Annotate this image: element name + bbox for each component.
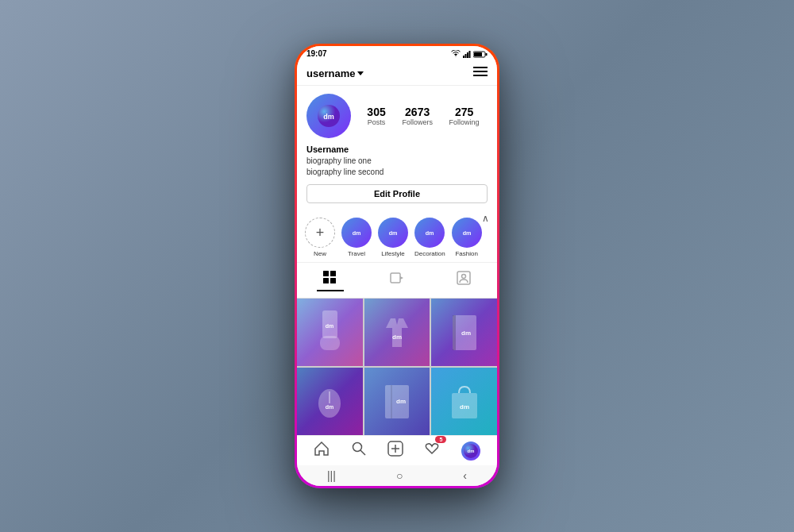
highlight-item-new[interactable]: + New xyxy=(305,218,335,257)
highlight-item-travel[interactable]: dm Travel xyxy=(341,218,372,257)
svg-rect-1 xyxy=(465,54,467,58)
svg-rect-0 xyxy=(463,56,464,58)
svg-line-40 xyxy=(360,450,365,455)
content-tabs xyxy=(297,262,497,299)
highlight-item-fashion[interactable]: dm Fashion xyxy=(452,218,482,257)
signal-icon xyxy=(463,50,471,58)
edit-profile-button[interactable]: Edit Profile xyxy=(306,184,488,203)
following-count: 275 xyxy=(449,106,480,118)
svg-marker-21 xyxy=(400,276,403,279)
svg-rect-3 xyxy=(469,51,471,58)
highlight-circle-decoration: dm xyxy=(414,218,445,248)
grid-cell-5[interactable]: dm xyxy=(364,368,430,435)
nav-avatar-logo: dm xyxy=(464,444,478,458)
grid-cell-1[interactable]: dm xyxy=(297,299,363,366)
svg-text:dm: dm xyxy=(326,404,334,410)
home-icon xyxy=(314,441,330,457)
highlight-circle-lifestyle: dm xyxy=(378,218,408,248)
search-icon xyxy=(351,441,367,457)
avatar-logo: dm xyxy=(318,105,340,127)
grid-icon xyxy=(323,271,337,285)
svg-point-39 xyxy=(353,443,361,452)
svg-rect-16 xyxy=(323,271,329,276)
add-icon xyxy=(387,441,403,457)
highlight-circle-travel: dm xyxy=(341,218,372,248)
svg-text:dm: dm xyxy=(353,230,361,237)
stats-container: 305 Posts 2673 Followers 275 Following xyxy=(359,106,488,126)
menu-icon[interactable] xyxy=(473,66,488,80)
highlight-lifestyle-logo: dm xyxy=(384,224,402,241)
hamburger-svg xyxy=(473,66,488,77)
top-nav: username xyxy=(297,61,497,86)
product-sock: dm xyxy=(316,310,344,354)
nav-profile[interactable]: dm xyxy=(461,441,480,461)
nav-heart[interactable]: 5 xyxy=(424,441,440,461)
highlight-travel-logo: dm xyxy=(348,224,365,241)
followers-stat: 2673 Followers xyxy=(402,106,433,126)
product-book: dm xyxy=(449,313,480,353)
profile-section: dm 305 Posts 2673 Followers 275 Fo xyxy=(297,86,497,210)
svg-text:dm: dm xyxy=(460,403,469,411)
status-icons xyxy=(451,50,488,58)
svg-rect-20 xyxy=(391,273,400,283)
collapse-arrow-icon[interactable]: ∧ xyxy=(482,213,489,224)
nav-username: username xyxy=(306,67,355,79)
tab-tagged[interactable] xyxy=(450,269,477,291)
avatar[interactable]: dm xyxy=(306,94,351,138)
highlight-item-lifestyle[interactable]: dm Lifestyle xyxy=(378,218,408,257)
nav-search[interactable] xyxy=(351,441,367,461)
product-mouse: dm xyxy=(315,384,344,420)
posts-grid: dm dm dm dm xyxy=(297,299,497,435)
android-home-btn[interactable]: ○ xyxy=(396,469,403,482)
posts-label: Posts xyxy=(367,118,385,126)
highlight-label-fashion: Fashion xyxy=(455,250,477,257)
followers-label: Followers xyxy=(402,118,433,126)
highlight-fashion-logo: dm xyxy=(458,224,476,241)
status-bar: 19:07 xyxy=(297,46,497,61)
product-bag: dm xyxy=(448,382,481,422)
svg-point-23 xyxy=(462,275,466,279)
profile-display-name: Username xyxy=(306,145,488,154)
heart-icon xyxy=(424,441,440,457)
following-stat: 275 Following xyxy=(449,106,480,126)
nav-add[interactable] xyxy=(387,441,403,461)
followers-count: 2673 xyxy=(402,106,433,118)
tab-grid[interactable] xyxy=(317,269,344,291)
svg-rect-19 xyxy=(330,278,336,283)
product-notebook: dm xyxy=(380,383,414,421)
heart-notification-badge: 5 xyxy=(435,436,446,443)
grid-cell-3[interactable]: dm xyxy=(431,299,497,366)
highlight-label-travel: Travel xyxy=(348,250,365,257)
tab-video[interactable] xyxy=(384,269,410,291)
highlight-label-new: New xyxy=(314,250,326,257)
svg-text:dm: dm xyxy=(396,398,406,405)
grid-cell-2[interactable]: dm xyxy=(364,299,430,366)
svg-text:dm: dm xyxy=(461,330,471,337)
svg-text:dm: dm xyxy=(389,230,398,237)
nav-home[interactable] xyxy=(314,441,330,461)
svg-text:dm: dm xyxy=(467,449,474,453)
phone-screen: 19:07 xyxy=(297,46,497,486)
android-nav: ||| ○ ‹ xyxy=(297,465,497,486)
wifi-icon xyxy=(451,50,461,58)
person-tag-icon xyxy=(457,271,471,285)
android-menu-btn[interactable]: ||| xyxy=(327,469,336,482)
bio-line-2: biography line second xyxy=(306,167,488,178)
highlights-row: + New dm Travel xyxy=(305,214,489,257)
grid-cell-4[interactable]: dm xyxy=(297,368,363,435)
video-icon xyxy=(390,271,404,285)
svg-text:dm: dm xyxy=(426,230,434,237)
bio-line-1: biography line one xyxy=(306,156,488,167)
chevron-down-icon xyxy=(357,71,364,75)
highlight-circle-new: + xyxy=(305,218,335,248)
highlight-label-lifestyle: Lifestyle xyxy=(381,250,404,257)
phone-device: 19:07 xyxy=(295,44,499,488)
svg-text:dm: dm xyxy=(326,323,334,329)
android-back-btn[interactable]: ‹ xyxy=(463,469,467,482)
highlight-item-decoration[interactable]: dm Decoration xyxy=(414,218,445,257)
svg-rect-18 xyxy=(323,278,329,283)
highlight-decoration-logo: dm xyxy=(421,224,438,241)
grid-cell-6[interactable]: dm xyxy=(431,368,497,435)
highlights-section: ∧ + New dm Travel xyxy=(297,210,497,262)
username-nav[interactable]: username xyxy=(306,67,364,79)
